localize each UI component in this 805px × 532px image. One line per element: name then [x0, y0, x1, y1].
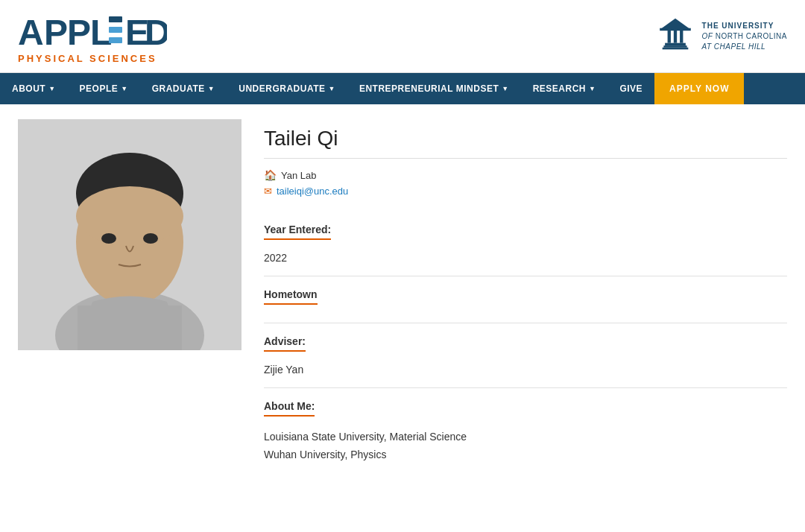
- nav-entrepreneurial[interactable]: ENTREPRENEURIAL MINDSET ▼: [347, 73, 521, 104]
- unc-text: THE UNIVERSITY of NORTH CAROLINA at Chap…: [702, 21, 787, 52]
- svg-rect-9: [665, 42, 686, 45]
- svg-point-23: [101, 233, 116, 244]
- person-email-link[interactable]: taileiqi@unc.edu: [277, 186, 348, 197]
- main-content: Tailei Qi 🏠 Yan Lab ✉ taileiqi@unc.edu Y…: [0, 104, 805, 491]
- nav-people[interactable]: PEOPLE ▼: [68, 73, 140, 104]
- svg-rect-14: [680, 28, 683, 42]
- person-lab: 🏠 Yan Lab: [264, 169, 787, 181]
- person-photo-svg: [18, 119, 242, 350]
- nav-graduate[interactable]: GRADUATE ▼: [140, 73, 227, 104]
- svg-marker-15: [660, 18, 689, 28]
- svg-rect-10: [663, 45, 686, 48]
- nav-give[interactable]: GIVE: [607, 73, 654, 104]
- svg-text:A: A: [18, 13, 45, 52]
- site-logo[interactable]: A P P L E D PHYSICAL SCIENCES: [18, 9, 167, 63]
- hometown-label: Hometown: [264, 288, 318, 305]
- svg-rect-25: [78, 305, 182, 350]
- about-section: About Me: Louisiana State University, Ma…: [264, 388, 787, 476]
- year-entered-label: Year Entered:: [264, 224, 331, 240]
- svg-rect-13: [673, 28, 676, 42]
- header: A P P L E D PHYSICAL SCIENCES: [0, 0, 805, 73]
- svg-text:L: L: [90, 13, 112, 52]
- about-line-2: Wuhan University, Physics: [264, 446, 787, 464]
- svg-text:D: D: [145, 13, 167, 52]
- physical-sciences-label: PHYSICAL SCIENCES: [18, 54, 167, 63]
- home-icon: 🏠: [264, 169, 277, 181]
- person-photo: [18, 119, 242, 350]
- svg-rect-11: [662, 47, 688, 49]
- svg-text:P: P: [67, 13, 91, 52]
- svg-rect-12: [667, 28, 670, 42]
- nav-research[interactable]: RESEARCH ▼: [521, 73, 608, 104]
- nav-undergraduate[interactable]: UNDERGRADUATE ▼: [227, 73, 347, 104]
- year-entered-value: 2022: [264, 252, 787, 264]
- entrepreneurial-dropdown-arrow: ▼: [502, 85, 508, 92]
- unc-well-icon: [656, 17, 695, 56]
- people-dropdown-arrow: ▼: [121, 85, 127, 92]
- adviser-label: Adviser:: [264, 335, 306, 352]
- adviser-value: Zijie Yan: [264, 364, 787, 376]
- adviser-section: Adviser: Zijie Yan: [264, 323, 787, 388]
- svg-rect-16: [660, 28, 691, 30]
- about-line-1: Louisiana State University, Material Sci…: [264, 428, 787, 446]
- svg-rect-6: [109, 37, 122, 43]
- svg-rect-5: [109, 27, 122, 33]
- person-email-row: ✉ taileiqi@unc.edu: [264, 186, 787, 197]
- main-nav: ABOUT ▼ PEOPLE ▼ GRADUATE ▼ UNDERGRADUAT…: [0, 73, 805, 104]
- nav-about[interactable]: ABOUT ▼: [0, 73, 68, 104]
- nav-apply-now[interactable]: APPLY NOW: [654, 73, 744, 104]
- svg-text:P: P: [44, 13, 68, 52]
- year-entered-section: Year Entered: 2022: [264, 212, 787, 276]
- hometown-section: Hometown: [264, 276, 787, 323]
- svg-point-24: [143, 233, 158, 244]
- research-dropdown-arrow: ▼: [589, 85, 596, 92]
- svg-point-22: [76, 186, 183, 246]
- about-dropdown-arrow: ▼: [48, 85, 55, 92]
- graduate-dropdown-arrow: ▼: [208, 85, 215, 92]
- person-info-col: Tailei Qi 🏠 Yan Lab ✉ taileiqi@unc.edu Y…: [264, 119, 787, 476]
- about-values: Louisiana State University, Material Sci…: [264, 428, 787, 464]
- applied-logo-svg: A P P L E D: [18, 9, 167, 54]
- email-icon: ✉: [264, 186, 272, 197]
- lab-name: Yan Lab: [281, 170, 316, 181]
- person-photo-col: [18, 119, 242, 476]
- person-name: Tailei Qi: [264, 127, 787, 159]
- unc-logo: THE UNIVERSITY of NORTH CAROLINA at Chap…: [656, 17, 787, 56]
- svg-rect-4: [109, 16, 122, 22]
- about-label: About Me:: [264, 400, 315, 417]
- undergraduate-dropdown-arrow: ▼: [329, 85, 335, 92]
